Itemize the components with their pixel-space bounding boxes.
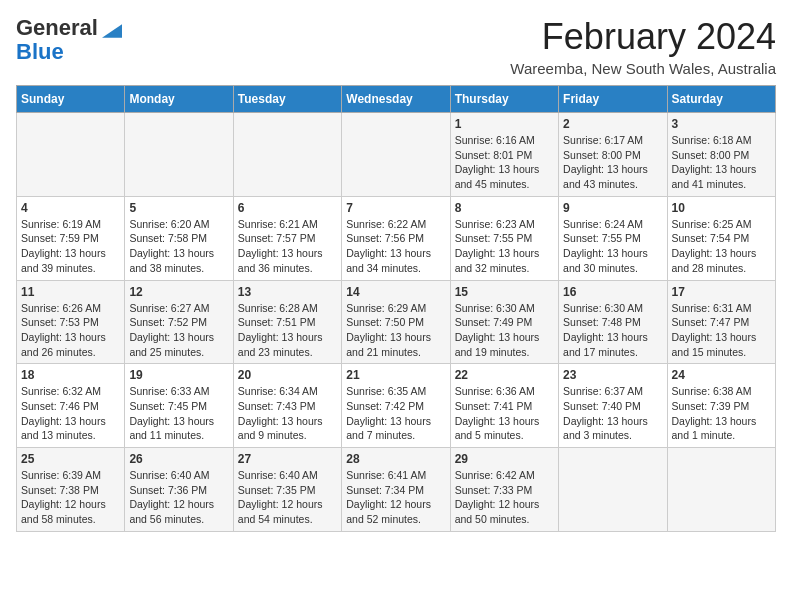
calendar-cell: 2Sunrise: 6:17 AM Sunset: 8:00 PM Daylig… — [559, 113, 667, 197]
calendar-cell: 14Sunrise: 6:29 AM Sunset: 7:50 PM Dayli… — [342, 280, 450, 364]
calendar-cell: 22Sunrise: 6:36 AM Sunset: 7:41 PM Dayli… — [450, 364, 558, 448]
day-number: 5 — [129, 201, 228, 215]
calendar-cell: 10Sunrise: 6:25 AM Sunset: 7:54 PM Dayli… — [667, 196, 775, 280]
calendar-cell: 9Sunrise: 6:24 AM Sunset: 7:55 PM Daylig… — [559, 196, 667, 280]
day-detail: Sunrise: 6:18 AM Sunset: 8:00 PM Dayligh… — [672, 133, 771, 192]
day-detail: Sunrise: 6:40 AM Sunset: 7:36 PM Dayligh… — [129, 468, 228, 527]
month-title: February 2024 — [510, 16, 776, 58]
day-number: 23 — [563, 368, 662, 382]
day-number: 14 — [346, 285, 445, 299]
day-number: 29 — [455, 452, 554, 466]
calendar-cell: 15Sunrise: 6:30 AM Sunset: 7:49 PM Dayli… — [450, 280, 558, 364]
day-number: 13 — [238, 285, 337, 299]
calendar-body: 1Sunrise: 6:16 AM Sunset: 8:01 PM Daylig… — [17, 113, 776, 532]
calendar-cell: 25Sunrise: 6:39 AM Sunset: 7:38 PM Dayli… — [17, 448, 125, 532]
day-detail: Sunrise: 6:40 AM Sunset: 7:35 PM Dayligh… — [238, 468, 337, 527]
day-number: 4 — [21, 201, 120, 215]
column-header-saturday: Saturday — [667, 86, 775, 113]
calendar-cell: 8Sunrise: 6:23 AM Sunset: 7:55 PM Daylig… — [450, 196, 558, 280]
calendar-cell: 26Sunrise: 6:40 AM Sunset: 7:36 PM Dayli… — [125, 448, 233, 532]
header-row: SundayMondayTuesdayWednesdayThursdayFrid… — [17, 86, 776, 113]
column-header-sunday: Sunday — [17, 86, 125, 113]
day-detail: Sunrise: 6:31 AM Sunset: 7:47 PM Dayligh… — [672, 301, 771, 360]
calendar-cell — [233, 113, 341, 197]
week-row-3: 18Sunrise: 6:32 AM Sunset: 7:46 PM Dayli… — [17, 364, 776, 448]
day-number: 25 — [21, 452, 120, 466]
calendar-cell: 20Sunrise: 6:34 AM Sunset: 7:43 PM Dayli… — [233, 364, 341, 448]
day-detail: Sunrise: 6:32 AM Sunset: 7:46 PM Dayligh… — [21, 384, 120, 443]
day-detail: Sunrise: 6:25 AM Sunset: 7:54 PM Dayligh… — [672, 217, 771, 276]
day-detail: Sunrise: 6:24 AM Sunset: 7:55 PM Dayligh… — [563, 217, 662, 276]
day-number: 11 — [21, 285, 120, 299]
calendar-cell: 18Sunrise: 6:32 AM Sunset: 7:46 PM Dayli… — [17, 364, 125, 448]
day-number: 20 — [238, 368, 337, 382]
calendar-header: SundayMondayTuesdayWednesdayThursdayFrid… — [17, 86, 776, 113]
day-detail: Sunrise: 6:17 AM Sunset: 8:00 PM Dayligh… — [563, 133, 662, 192]
day-detail: Sunrise: 6:21 AM Sunset: 7:57 PM Dayligh… — [238, 217, 337, 276]
calendar-cell: 3Sunrise: 6:18 AM Sunset: 8:00 PM Daylig… — [667, 113, 775, 197]
day-detail: Sunrise: 6:29 AM Sunset: 7:50 PM Dayligh… — [346, 301, 445, 360]
calendar-cell: 13Sunrise: 6:28 AM Sunset: 7:51 PM Dayli… — [233, 280, 341, 364]
day-number: 17 — [672, 285, 771, 299]
calendar-cell: 23Sunrise: 6:37 AM Sunset: 7:40 PM Dayli… — [559, 364, 667, 448]
calendar-cell — [667, 448, 775, 532]
week-row-0: 1Sunrise: 6:16 AM Sunset: 8:01 PM Daylig… — [17, 113, 776, 197]
day-detail: Sunrise: 6:22 AM Sunset: 7:56 PM Dayligh… — [346, 217, 445, 276]
calendar-cell: 5Sunrise: 6:20 AM Sunset: 7:58 PM Daylig… — [125, 196, 233, 280]
location-subtitle: Wareemba, New South Wales, Australia — [510, 60, 776, 77]
day-number: 16 — [563, 285, 662, 299]
day-number: 24 — [672, 368, 771, 382]
logo-icon — [102, 24, 122, 38]
title-block: February 2024 Wareemba, New South Wales,… — [510, 16, 776, 77]
day-number: 3 — [672, 117, 771, 131]
calendar-cell: 1Sunrise: 6:16 AM Sunset: 8:01 PM Daylig… — [450, 113, 558, 197]
day-number: 2 — [563, 117, 662, 131]
week-row-2: 11Sunrise: 6:26 AM Sunset: 7:53 PM Dayli… — [17, 280, 776, 364]
day-number: 12 — [129, 285, 228, 299]
calendar-cell: 28Sunrise: 6:41 AM Sunset: 7:34 PM Dayli… — [342, 448, 450, 532]
column-header-friday: Friday — [559, 86, 667, 113]
calendar-cell: 11Sunrise: 6:26 AM Sunset: 7:53 PM Dayli… — [17, 280, 125, 364]
column-header-monday: Monday — [125, 86, 233, 113]
day-detail: Sunrise: 6:41 AM Sunset: 7:34 PM Dayligh… — [346, 468, 445, 527]
day-number: 26 — [129, 452, 228, 466]
day-detail: Sunrise: 6:20 AM Sunset: 7:58 PM Dayligh… — [129, 217, 228, 276]
week-row-4: 25Sunrise: 6:39 AM Sunset: 7:38 PM Dayli… — [17, 448, 776, 532]
day-detail: Sunrise: 6:36 AM Sunset: 7:41 PM Dayligh… — [455, 384, 554, 443]
calendar-cell: 17Sunrise: 6:31 AM Sunset: 7:47 PM Dayli… — [667, 280, 775, 364]
day-detail: Sunrise: 6:30 AM Sunset: 7:48 PM Dayligh… — [563, 301, 662, 360]
logo-text: GeneralBlue — [16, 16, 98, 64]
calendar-cell: 19Sunrise: 6:33 AM Sunset: 7:45 PM Dayli… — [125, 364, 233, 448]
calendar-table: SundayMondayTuesdayWednesdayThursdayFrid… — [16, 85, 776, 532]
day-detail: Sunrise: 6:39 AM Sunset: 7:38 PM Dayligh… — [21, 468, 120, 527]
day-detail: Sunrise: 6:33 AM Sunset: 7:45 PM Dayligh… — [129, 384, 228, 443]
day-detail: Sunrise: 6:16 AM Sunset: 8:01 PM Dayligh… — [455, 133, 554, 192]
calendar-cell: 16Sunrise: 6:30 AM Sunset: 7:48 PM Dayli… — [559, 280, 667, 364]
day-detail: Sunrise: 6:34 AM Sunset: 7:43 PM Dayligh… — [238, 384, 337, 443]
calendar-cell: 12Sunrise: 6:27 AM Sunset: 7:52 PM Dayli… — [125, 280, 233, 364]
day-number: 10 — [672, 201, 771, 215]
day-number: 27 — [238, 452, 337, 466]
calendar-cell: 4Sunrise: 6:19 AM Sunset: 7:59 PM Daylig… — [17, 196, 125, 280]
svg-marker-0 — [102, 25, 122, 38]
column-header-tuesday: Tuesday — [233, 86, 341, 113]
day-number: 7 — [346, 201, 445, 215]
calendar-cell: 6Sunrise: 6:21 AM Sunset: 7:57 PM Daylig… — [233, 196, 341, 280]
day-number: 1 — [455, 117, 554, 131]
day-detail: Sunrise: 6:27 AM Sunset: 7:52 PM Dayligh… — [129, 301, 228, 360]
calendar-cell — [559, 448, 667, 532]
calendar-cell: 24Sunrise: 6:38 AM Sunset: 7:39 PM Dayli… — [667, 364, 775, 448]
calendar-cell: 21Sunrise: 6:35 AM Sunset: 7:42 PM Dayli… — [342, 364, 450, 448]
day-number: 19 — [129, 368, 228, 382]
calendar-cell — [125, 113, 233, 197]
day-number: 28 — [346, 452, 445, 466]
calendar-cell: 29Sunrise: 6:42 AM Sunset: 7:33 PM Dayli… — [450, 448, 558, 532]
day-detail: Sunrise: 6:19 AM Sunset: 7:59 PM Dayligh… — [21, 217, 120, 276]
day-detail: Sunrise: 6:28 AM Sunset: 7:51 PM Dayligh… — [238, 301, 337, 360]
day-number: 18 — [21, 368, 120, 382]
calendar-cell — [342, 113, 450, 197]
day-number: 21 — [346, 368, 445, 382]
week-row-1: 4Sunrise: 6:19 AM Sunset: 7:59 PM Daylig… — [17, 196, 776, 280]
day-detail: Sunrise: 6:30 AM Sunset: 7:49 PM Dayligh… — [455, 301, 554, 360]
day-detail: Sunrise: 6:35 AM Sunset: 7:42 PM Dayligh… — [346, 384, 445, 443]
